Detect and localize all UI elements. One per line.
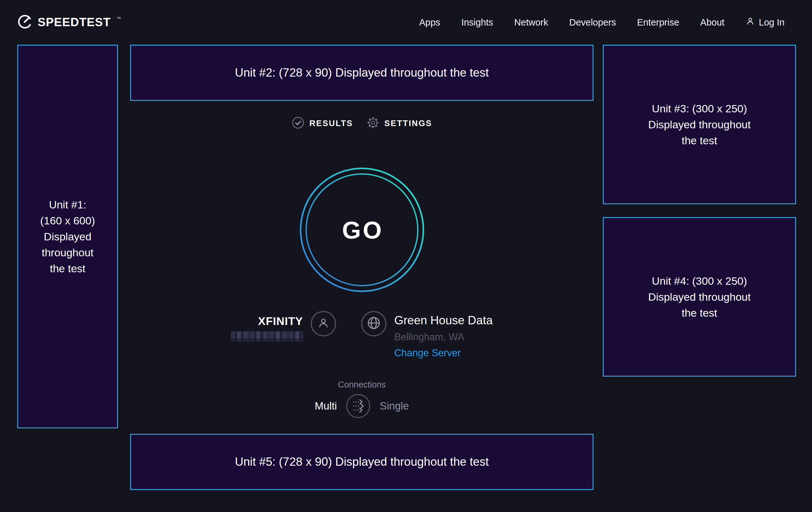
connections-multi-option[interactable]: Multi <box>315 400 337 412</box>
gear-icon <box>367 116 379 131</box>
login-label: Log In <box>759 17 785 28</box>
nav-item-network[interactable]: Network <box>514 17 548 28</box>
login-button[interactable]: Log In <box>745 16 785 28</box>
settings-label: SETTINGS <box>384 118 432 128</box>
connections-row: Multi Single <box>130 394 593 419</box>
speedtest-logo[interactable]: SPEEDTEST™ <box>17 14 121 31</box>
connections-label: Connections <box>130 380 593 390</box>
right-rail: Unit #3: (300 x 250) Displayed throughou… <box>603 45 796 490</box>
connection-info-row: XFINITY <box>130 311 593 359</box>
nav-item-developers[interactable]: Developers <box>569 17 616 28</box>
user-icon <box>745 16 755 28</box>
results-label: RESULTS <box>309 118 353 128</box>
tab-settings[interactable]: SETTINGS <box>367 116 432 131</box>
multi-connections-icon <box>346 394 371 419</box>
main-layout: Unit #1: (160 x 600) Displayed throughou… <box>0 45 812 490</box>
server-block: Green House Data Bellingham, WA Change S… <box>394 311 493 359</box>
main-nav: Apps Insights Network Developers Enterpr… <box>419 16 785 28</box>
left-rail: Unit #1: (160 x 600) Displayed throughou… <box>17 45 118 490</box>
server-name: Green House Data <box>394 314 493 327</box>
globe-icon <box>367 316 381 332</box>
tab-results[interactable]: RESULTS <box>291 116 353 131</box>
ad-unit-4[interactable]: Unit #4: (300 x 250) Displayed throughou… <box>603 217 796 377</box>
go-button[interactable]: GO <box>299 167 425 292</box>
change-server-link[interactable]: Change Server <box>394 347 493 359</box>
logo-trademark: ™ <box>116 16 121 21</box>
check-circle-icon <box>291 116 304 131</box>
redacted-ip-address <box>231 331 303 342</box>
top-nav-bar: SPEEDTEST™ Apps Insights Network Develop… <box>0 0 812 45</box>
nav-item-insights[interactable]: Insights <box>461 17 493 28</box>
tabs-row: RESULTS SETTINGS <box>130 115 593 132</box>
server-location: Bellingham, WA <box>394 331 493 343</box>
nav-item-about[interactable]: About <box>700 17 725 28</box>
center-column: Unit #2: (728 x 90) Displayed throughout… <box>130 45 593 490</box>
ad-unit-1[interactable]: Unit #1: (160 x 600) Displayed throughou… <box>17 45 118 428</box>
provider-block: XFINITY <box>231 314 303 342</box>
ad-unit-3-text: Unit #3: (300 x 250) Displayed throughou… <box>648 101 750 149</box>
connections-single-option[interactable]: Single <box>379 400 409 412</box>
ad-unit-2[interactable]: Unit #2: (728 x 90) Displayed throughout… <box>130 45 593 101</box>
server-icon-ring <box>361 311 386 336</box>
nav-item-enterprise[interactable]: Enterprise <box>637 17 679 28</box>
ad-unit-1-text: Unit #1: (160 x 600) Displayed throughou… <box>40 197 95 276</box>
provider-icon-ring <box>311 311 336 336</box>
go-area: GO <box>130 167 593 292</box>
ad-unit-2-text: Unit #2: (728 x 90) Displayed throughout… <box>235 66 489 79</box>
ad-unit-5[interactable]: Unit #5: (728 x 90) Displayed throughout… <box>130 434 593 490</box>
ad-unit-4-text: Unit #4: (300 x 250) Displayed throughou… <box>648 273 750 321</box>
provider-name: XFINITY <box>231 314 303 328</box>
connections-toggle[interactable] <box>346 394 371 419</box>
person-icon <box>317 316 330 331</box>
logo-wordmark: SPEEDTEST <box>38 16 111 29</box>
ad-unit-5-text: Unit #5: (728 x 90) Displayed throughout… <box>235 455 489 468</box>
ad-unit-3[interactable]: Unit #3: (300 x 250) Displayed throughou… <box>603 45 796 204</box>
speedometer-icon <box>17 14 32 31</box>
nav-item-apps[interactable]: Apps <box>419 17 440 28</box>
go-label: GO <box>299 167 425 292</box>
